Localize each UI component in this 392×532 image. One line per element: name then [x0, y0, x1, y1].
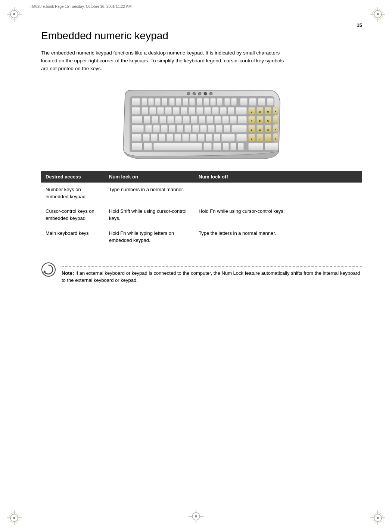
svg-rect-114	[224, 125, 230, 133]
num-off-cell-2: Hold Fn while using cursor-control keys.	[194, 204, 362, 226]
svg-point-37	[198, 92, 201, 95]
svg-rect-54	[231, 98, 237, 106]
svg-rect-147	[153, 143, 202, 150]
svg-rect-106	[161, 125, 168, 133]
svg-rect-69	[212, 107, 219, 115]
svg-rect-128	[167, 134, 173, 141]
svg-rect-151	[230, 143, 236, 150]
svg-rect-72	[236, 107, 247, 115]
svg-rect-48	[189, 98, 195, 106]
svg-rect-107	[169, 125, 175, 133]
svg-text:2: 2	[259, 128, 261, 131]
svg-rect-110	[192, 125, 199, 133]
svg-rect-113	[216, 125, 223, 133]
access-cell-1: Number keys on embedded keypad	[41, 183, 105, 204]
svg-point-29	[195, 515, 197, 517]
svg-rect-92	[222, 116, 229, 124]
svg-rect-115	[231, 125, 247, 133]
svg-text:*: *	[275, 111, 276, 113]
svg-rect-109	[184, 125, 191, 133]
svg-rect-49	[197, 98, 202, 106]
corner-mark-br	[370, 510, 385, 525]
svg-text:4: 4	[251, 119, 253, 122]
svg-rect-134	[214, 134, 220, 141]
svg-rect-133	[206, 134, 212, 141]
svg-rect-154	[265, 143, 278, 150]
svg-rect-46	[176, 98, 181, 106]
svg-rect-51	[210, 98, 216, 106]
svg-rect-58	[267, 98, 274, 106]
svg-text:–: –	[275, 119, 277, 122]
note-content-area: Note: If an external keyboard or keypad …	[62, 262, 362, 284]
svg-rect-87	[183, 116, 190, 124]
svg-rect-152	[238, 143, 244, 150]
svg-rect-105	[153, 125, 160, 133]
svg-rect-135	[221, 134, 235, 141]
access-cell-3: Main keyboard keys	[41, 226, 105, 248]
svg-rect-45	[169, 98, 175, 106]
num-on-cell-3: Hold Fn while typing letters on embedded…	[105, 226, 194, 248]
svg-rect-130	[182, 134, 189, 141]
svg-point-15	[13, 517, 15, 519]
svg-rect-86	[175, 116, 182, 124]
num-off-cell-1	[194, 183, 362, 204]
svg-rect-55	[240, 98, 248, 106]
svg-point-1	[13, 13, 15, 15]
svg-rect-61	[149, 107, 156, 115]
svg-rect-89	[199, 116, 205, 124]
svg-rect-125	[143, 134, 150, 141]
num-off-cell-3: Type the letters in a normal manner.	[194, 226, 362, 248]
svg-rect-64	[173, 107, 180, 115]
svg-rect-71	[228, 107, 234, 115]
svg-rect-63	[165, 107, 172, 115]
svg-rect-70	[220, 107, 227, 115]
svg-rect-65	[181, 107, 187, 115]
svg-rect-88	[191, 116, 197, 124]
main-content: Embedded numeric keypad The embedded num…	[41, 30, 362, 284]
note-box: Note: If an external keyboard or keypad …	[41, 260, 362, 284]
table-header-num-on: Num lock on	[105, 171, 194, 183]
svg-rect-59	[132, 107, 140, 115]
table-row: Number keys on embedded keypad Type numb…	[41, 183, 362, 204]
svg-rect-124	[132, 134, 141, 141]
svg-point-22	[377, 517, 379, 519]
svg-rect-104	[145, 125, 152, 133]
svg-rect-56	[249, 98, 256, 106]
num-on-cell-1: Type numbers in a normal manner.	[105, 183, 194, 204]
svg-rect-150	[223, 143, 229, 150]
svg-rect-131	[190, 134, 197, 141]
svg-text:1: 1	[251, 128, 253, 131]
body-text: The embedded numeric keypad functions li…	[41, 49, 287, 73]
svg-rect-111	[200, 125, 207, 133]
svg-rect-132	[198, 134, 205, 141]
svg-point-36	[193, 92, 196, 95]
svg-rect-90	[206, 116, 213, 124]
svg-point-35	[187, 92, 190, 95]
svg-rect-91	[214, 116, 221, 124]
svg-text:9: 9	[267, 110, 269, 113]
table-row: Cursor-control keys on embedded keypad H…	[41, 204, 362, 226]
page-header: TM620-e.book Page 15 Tuesday, October 16…	[30, 4, 362, 9]
svg-rect-82	[144, 116, 150, 124]
svg-point-8	[377, 13, 379, 15]
svg-rect-129	[174, 134, 181, 141]
note-dashed-line	[62, 266, 362, 267]
header-file-info: TM620-e.book Page 15 Tuesday, October 16…	[30, 4, 362, 9]
keyboard-svg: 7 8 9 *	[121, 83, 282, 160]
table-row: Main keyboard keys Hold Fn while typing …	[41, 226, 362, 248]
svg-rect-108	[177, 125, 183, 133]
svg-rect-85	[167, 116, 174, 124]
note-text: Note: If an external keyboard or keypad …	[62, 270, 362, 284]
svg-text:0: 0	[251, 137, 253, 140]
svg-text:.: .	[259, 137, 260, 140]
svg-rect-50	[203, 98, 209, 106]
svg-rect-153	[248, 143, 263, 150]
svg-rect-53	[224, 98, 230, 106]
table-header-access: Desired access	[41, 171, 105, 183]
svg-text:8: 8	[259, 110, 261, 113]
access-table: Desired access Num lock on Num lock off …	[41, 171, 362, 248]
table-header-num-off: Num lock off	[194, 171, 362, 183]
svg-rect-62	[157, 107, 164, 115]
svg-rect-57	[258, 98, 265, 106]
svg-rect-60	[141, 107, 148, 115]
